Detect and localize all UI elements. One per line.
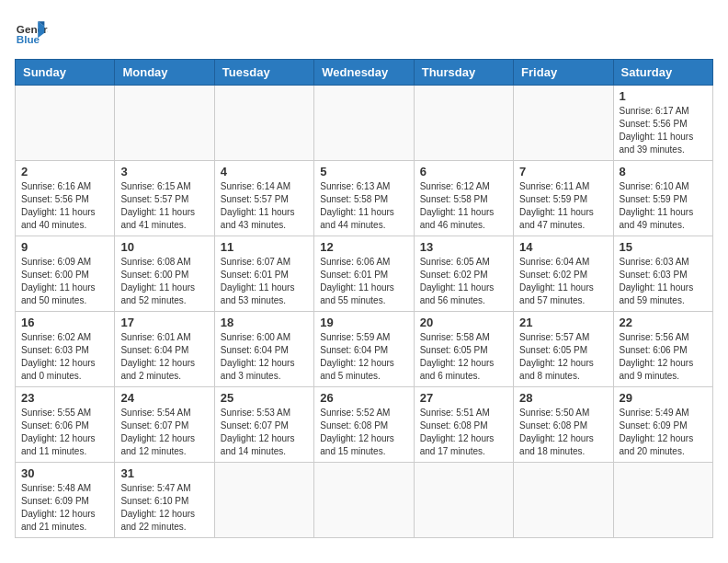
- day-info: Sunrise: 5:53 AM Sunset: 6:07 PM Dayligh…: [221, 407, 308, 458]
- day-cell: 7Sunrise: 6:11 AM Sunset: 5:59 PM Daylig…: [514, 161, 613, 236]
- day-info: Sunrise: 6:10 AM Sunset: 5:59 PM Dayligh…: [620, 180, 707, 232]
- day-number: 14: [519, 240, 607, 254]
- day-info: Sunrise: 5:49 AM Sunset: 6:09 PM Dayligh…: [620, 407, 707, 458]
- header-tuesday: Tuesday: [214, 60, 313, 86]
- day-number: 24: [120, 391, 208, 405]
- day-number: 13: [420, 240, 507, 254]
- day-number: 2: [21, 165, 108, 178]
- day-number: 9: [21, 240, 108, 254]
- day-cell: [514, 463, 613, 538]
- day-cell: 23Sunrise: 5:55 AM Sunset: 6:06 PM Dayli…: [16, 387, 115, 463]
- day-cell: [16, 86, 115, 161]
- day-cell: [414, 463, 513, 538]
- day-number: 16: [21, 316, 108, 329]
- day-number: 20: [420, 316, 507, 329]
- day-number: 6: [420, 165, 507, 178]
- weekday-header-row: SundayMondayTuesdayWednesdayThursdayFrid…: [16, 60, 713, 86]
- header-saturday: Saturday: [613, 60, 712, 86]
- day-cell: [214, 463, 313, 538]
- day-number: 11: [221, 240, 308, 254]
- day-cell: 13Sunrise: 6:05 AM Sunset: 6:02 PM Dayli…: [414, 236, 513, 312]
- day-number: 22: [620, 316, 707, 329]
- day-number: 21: [519, 316, 607, 329]
- day-number: 5: [320, 165, 407, 178]
- day-number: 4: [221, 165, 308, 178]
- week-row-4: 16Sunrise: 6:02 AM Sunset: 6:03 PM Dayli…: [16, 312, 713, 387]
- day-info: Sunrise: 5:51 AM Sunset: 6:08 PM Dayligh…: [420, 407, 507, 458]
- day-info: Sunrise: 5:58 AM Sunset: 6:05 PM Dayligh…: [420, 331, 507, 383]
- day-cell: [414, 86, 513, 161]
- header-sunday: Sunday: [16, 60, 115, 86]
- day-number: 19: [320, 316, 407, 329]
- day-number: 27: [420, 391, 507, 405]
- day-info: Sunrise: 6:09 AM Sunset: 6:00 PM Dayligh…: [21, 256, 108, 307]
- day-info: Sunrise: 6:02 AM Sunset: 6:03 PM Dayligh…: [21, 331, 108, 383]
- day-info: Sunrise: 6:13 AM Sunset: 5:58 PM Dayligh…: [320, 180, 407, 232]
- day-info: Sunrise: 5:52 AM Sunset: 6:08 PM Dayligh…: [320, 407, 407, 458]
- day-cell: 4Sunrise: 6:14 AM Sunset: 5:57 PM Daylig…: [214, 161, 313, 236]
- day-number: 30: [21, 466, 108, 480]
- day-cell: 15Sunrise: 6:03 AM Sunset: 6:03 PM Dayli…: [613, 236, 712, 312]
- header-friday: Friday: [514, 60, 613, 86]
- day-info: Sunrise: 6:04 AM Sunset: 6:02 PM Dayligh…: [519, 256, 607, 307]
- day-info: Sunrise: 6:15 AM Sunset: 5:57 PM Dayligh…: [120, 180, 208, 232]
- day-cell: 10Sunrise: 6:08 AM Sunset: 6:00 PM Dayli…: [115, 236, 214, 312]
- logo: General Blue: [15, 15, 48, 48]
- day-number: 28: [519, 391, 607, 405]
- page-header: General Blue: [15, 15, 713, 48]
- header-thursday: Thursday: [414, 60, 513, 86]
- day-cell: 1Sunrise: 6:17 AM Sunset: 5:56 PM Daylig…: [613, 86, 712, 161]
- day-number: 15: [620, 240, 707, 254]
- day-cell: 16Sunrise: 6:02 AM Sunset: 6:03 PM Dayli…: [16, 312, 115, 387]
- day-info: Sunrise: 5:47 AM Sunset: 6:10 PM Dayligh…: [120, 482, 208, 534]
- day-cell: 17Sunrise: 6:01 AM Sunset: 6:04 PM Dayli…: [115, 312, 214, 387]
- day-info: Sunrise: 6:05 AM Sunset: 6:02 PM Dayligh…: [420, 256, 507, 307]
- day-cell: 5Sunrise: 6:13 AM Sunset: 5:58 PM Daylig…: [314, 161, 414, 236]
- day-info: Sunrise: 6:01 AM Sunset: 6:04 PM Dayligh…: [120, 331, 208, 383]
- day-info: Sunrise: 6:07 AM Sunset: 6:01 PM Dayligh…: [221, 256, 308, 307]
- day-cell: 31Sunrise: 5:47 AM Sunset: 6:10 PM Dayli…: [115, 463, 214, 538]
- day-cell: 22Sunrise: 5:56 AM Sunset: 6:06 PM Dayli…: [613, 312, 712, 387]
- day-cell: [115, 86, 214, 161]
- day-info: Sunrise: 5:57 AM Sunset: 6:05 PM Dayligh…: [519, 331, 607, 383]
- day-cell: [613, 463, 712, 538]
- day-cell: [314, 86, 414, 161]
- day-info: Sunrise: 5:55 AM Sunset: 6:06 PM Dayligh…: [21, 407, 108, 458]
- day-info: Sunrise: 6:17 AM Sunset: 5:56 PM Dayligh…: [620, 105, 707, 156]
- day-cell: [314, 463, 414, 538]
- day-number: 8: [620, 165, 707, 178]
- day-cell: 3Sunrise: 6:15 AM Sunset: 5:57 PM Daylig…: [115, 161, 214, 236]
- day-info: Sunrise: 6:11 AM Sunset: 5:59 PM Dayligh…: [519, 180, 607, 232]
- day-cell: 11Sunrise: 6:07 AM Sunset: 6:01 PM Dayli…: [214, 236, 313, 312]
- day-cell: 28Sunrise: 5:50 AM Sunset: 6:08 PM Dayli…: [514, 387, 613, 463]
- day-cell: 27Sunrise: 5:51 AM Sunset: 6:08 PM Dayli…: [414, 387, 513, 463]
- day-number: 18: [221, 316, 308, 329]
- day-cell: [214, 86, 313, 161]
- day-cell: 14Sunrise: 6:04 AM Sunset: 6:02 PM Dayli…: [514, 236, 613, 312]
- day-number: 17: [120, 316, 208, 329]
- day-number: 12: [320, 240, 407, 254]
- day-cell: 24Sunrise: 5:54 AM Sunset: 6:07 PM Dayli…: [115, 387, 214, 463]
- day-cell: 20Sunrise: 5:58 AM Sunset: 6:05 PM Dayli…: [414, 312, 513, 387]
- week-row-2: 2Sunrise: 6:16 AM Sunset: 5:56 PM Daylig…: [16, 161, 713, 236]
- day-info: Sunrise: 6:16 AM Sunset: 5:56 PM Dayligh…: [21, 180, 108, 232]
- day-number: 10: [120, 240, 208, 254]
- day-cell: 19Sunrise: 5:59 AM Sunset: 6:04 PM Dayli…: [314, 312, 414, 387]
- day-info: Sunrise: 5:50 AM Sunset: 6:08 PM Dayligh…: [519, 407, 607, 458]
- day-number: 29: [620, 391, 707, 405]
- day-cell: 2Sunrise: 6:16 AM Sunset: 5:56 PM Daylig…: [16, 161, 115, 236]
- day-number: 1: [620, 89, 707, 103]
- day-info: Sunrise: 6:00 AM Sunset: 6:04 PM Dayligh…: [221, 331, 308, 383]
- day-info: Sunrise: 5:59 AM Sunset: 6:04 PM Dayligh…: [320, 331, 407, 383]
- day-cell: 29Sunrise: 5:49 AM Sunset: 6:09 PM Dayli…: [613, 387, 712, 463]
- day-number: 3: [120, 165, 208, 178]
- week-row-3: 9Sunrise: 6:09 AM Sunset: 6:00 PM Daylig…: [16, 236, 713, 312]
- header-monday: Monday: [115, 60, 214, 86]
- day-cell: 30Sunrise: 5:48 AM Sunset: 6:09 PM Dayli…: [16, 463, 115, 538]
- day-cell: 12Sunrise: 6:06 AM Sunset: 6:01 PM Dayli…: [314, 236, 414, 312]
- day-info: Sunrise: 6:03 AM Sunset: 6:03 PM Dayligh…: [620, 256, 707, 307]
- day-number: 7: [519, 165, 607, 178]
- day-info: Sunrise: 5:48 AM Sunset: 6:09 PM Dayligh…: [21, 482, 108, 534]
- day-number: 23: [21, 391, 108, 405]
- week-row-6: 30Sunrise: 5:48 AM Sunset: 6:09 PM Dayli…: [16, 463, 713, 538]
